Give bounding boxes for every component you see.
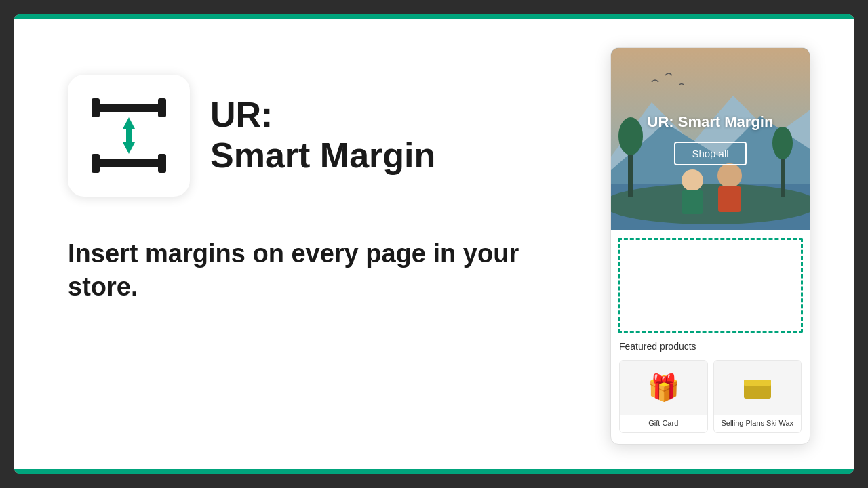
product-image-gift-card: 🎁 bbox=[620, 361, 707, 415]
featured-products-title: Featured products bbox=[619, 341, 802, 352]
hero-title: UR: Smart Margin bbox=[648, 113, 774, 131]
featured-section: Featured products 🎁 Gift Card bbox=[611, 341, 810, 444]
left-section: UR: Smart Margin Insert margins on every… bbox=[68, 54, 610, 304]
ski-wax-icon bbox=[741, 374, 774, 401]
main-card: UR: Smart Margin Insert margins on every… bbox=[14, 14, 854, 474]
svg-rect-2 bbox=[92, 98, 100, 117]
product-image-ski-wax bbox=[714, 361, 802, 415]
svg-marker-6 bbox=[123, 117, 135, 129]
product-card-ski-wax[interactable]: Selling Plans Ski Wax bbox=[713, 360, 802, 433]
svg-rect-0 bbox=[92, 104, 166, 112]
tagline: Insert margins on every page in your sto… bbox=[68, 237, 529, 304]
svg-rect-4 bbox=[92, 154, 100, 173]
shop-all-button[interactable]: Shop all bbox=[674, 142, 746, 165]
phone-mockup: UR: Smart Margin Shop all Featured produ… bbox=[610, 47, 810, 445]
products-grid: 🎁 Gift Card Selling Plans Ski Wax bbox=[619, 360, 802, 433]
svg-rect-24 bbox=[744, 380, 771, 386]
svg-rect-5 bbox=[158, 154, 166, 173]
margin-indicator bbox=[618, 238, 803, 333]
smart-margin-icon bbox=[85, 92, 173, 180]
app-title: UR: Smart Margin bbox=[210, 95, 435, 176]
product-card-gift-card[interactable]: 🎁 Gift Card bbox=[619, 360, 708, 433]
app-icon-box bbox=[68, 75, 190, 197]
gift-card-emoji: 🎁 bbox=[648, 373, 679, 403]
svg-rect-9 bbox=[126, 129, 132, 142]
svg-rect-3 bbox=[158, 98, 166, 117]
svg-marker-8 bbox=[123, 142, 135, 154]
product-name-ski-wax: Selling Plans Ski Wax bbox=[714, 415, 802, 432]
phone-hero: UR: Smart Margin Shop all bbox=[611, 48, 810, 230]
hero-overlay: UR: Smart Margin Shop all bbox=[611, 48, 810, 230]
product-name-gift-card: Gift Card bbox=[620, 415, 707, 432]
svg-rect-1 bbox=[92, 159, 166, 167]
right-section: UR: Smart Margin Shop all Featured produ… bbox=[610, 47, 821, 445]
icon-title-row: UR: Smart Margin bbox=[68, 75, 610, 197]
